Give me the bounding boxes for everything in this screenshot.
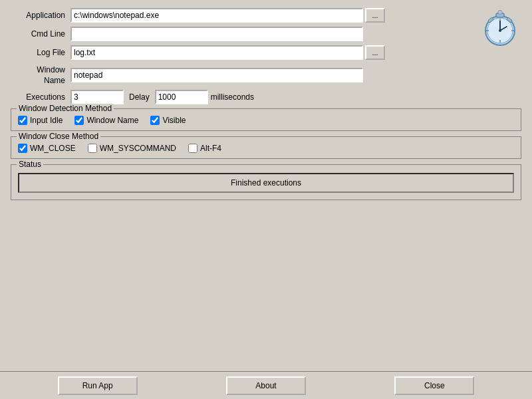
executions-delay-row: Executions Delay milliseconds — [11, 90, 521, 104]
wm-close-option[interactable]: WM_CLOSE — [18, 144, 76, 153]
alt-f4-label: Alt-F4 — [200, 144, 221, 153]
window-name-label: Window Name — [86, 116, 138, 125]
window-close-group: Window Close Method WM_CLOSE WM_SYSCOMMA… — [11, 136, 521, 159]
wm-close-label: WM_CLOSE — [30, 144, 76, 153]
about-button[interactable]: About — [226, 376, 306, 395]
status-legend: Status — [17, 160, 43, 169]
input-idle-option[interactable]: Input Idle — [18, 116, 63, 125]
windowname-row: WindowName — [11, 64, 521, 86]
application-input[interactable] — [70, 8, 363, 23]
window-detection-options: Input Idle Window Name Visible — [18, 116, 514, 125]
cmdline-row: Cmd Line — [11, 27, 521, 41]
main-window: Application ... Cmd Line Log File ... Wi… — [0, 0, 532, 399]
input-idle-checkbox[interactable] — [18, 116, 27, 125]
logfile-input[interactable] — [70, 45, 363, 60]
status-group: Status Finished executions — [11, 164, 521, 200]
alt-f4-checkbox[interactable] — [188, 144, 198, 153]
wm-syscommand-checkbox[interactable] — [88, 144, 97, 153]
logfile-browse-button[interactable]: ... — [365, 45, 385, 60]
visible-checkbox[interactable] — [150, 116, 160, 125]
alt-f4-option[interactable]: Alt-F4 — [188, 144, 221, 153]
status-display: Finished executions — [18, 173, 514, 193]
executions-input[interactable] — [70, 90, 124, 104]
cmdline-label: Cmd Line — [11, 27, 70, 41]
windowname-input[interactable] — [70, 68, 363, 82]
windowname-label: WindowName — [11, 64, 70, 86]
window-detection-legend: Window Detection Method — [17, 104, 114, 113]
application-label: Application — [11, 8, 70, 23]
bottom-bar: Run App About Close — [0, 371, 532, 399]
logfile-label: Log File — [11, 45, 70, 60]
close-button[interactable]: Close — [394, 376, 474, 395]
svg-rect-3 — [498, 11, 502, 14]
stopwatch-icon — [479, 5, 521, 48]
logfile-row: Log File ... — [11, 45, 521, 60]
run-app-button[interactable]: Run App — [58, 376, 138, 395]
wm-syscommand-option[interactable]: WM_SYSCOMMAND — [88, 144, 176, 153]
milliseconds-label: milliseconds — [211, 90, 254, 104]
input-idle-label: Input Idle — [30, 116, 63, 125]
wm-syscommand-label: WM_SYSCOMMAND — [100, 144, 176, 153]
window-name-checkbox[interactable] — [74, 116, 84, 125]
delay-label: Delay — [129, 90, 150, 104]
application-browse-button[interactable]: ... — [365, 8, 385, 23]
cmdline-input[interactable] — [70, 27, 363, 41]
window-detection-group: Window Detection Method Input Idle Windo… — [11, 108, 521, 131]
wm-close-checkbox[interactable] — [18, 144, 27, 153]
visible-option[interactable]: Visible — [150, 116, 186, 125]
window-close-legend: Window Close Method — [17, 132, 100, 141]
application-row: Application ... — [11, 8, 521, 23]
window-name-option[interactable]: Window Name — [74, 116, 138, 125]
executions-label: Executions — [11, 90, 70, 104]
window-close-options: WM_CLOSE WM_SYSCOMMAND Alt-F4 — [18, 144, 514, 153]
visible-label: Visible — [162, 116, 186, 125]
svg-point-12 — [499, 29, 501, 32]
delay-input[interactable] — [155, 90, 208, 104]
